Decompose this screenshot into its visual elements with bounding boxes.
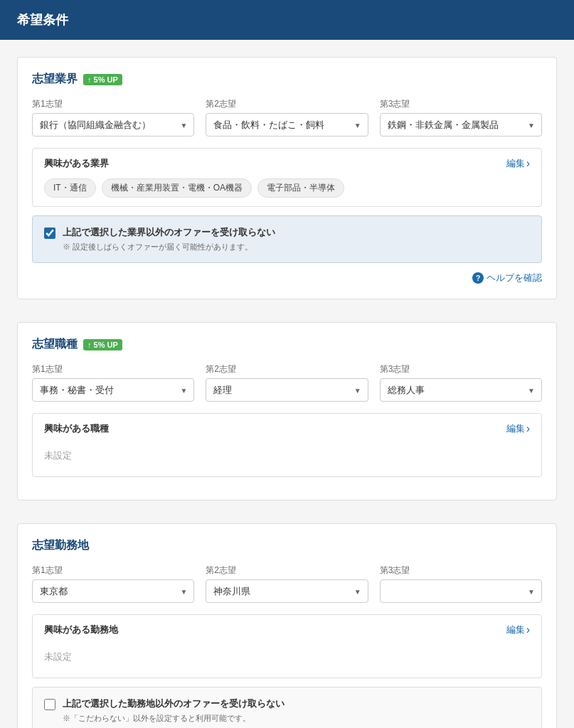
industry-section: 志望業界 ↑ 5% UP 第1志望 銀行（協同組織金融含む） 第2志望 食品・飲… [17, 57, 557, 299]
industry-second-select-wrapper: 食品・飲料・たばこ・飼料 [206, 113, 368, 136]
location-first: 第1志望 東京都 [32, 564, 194, 603]
job-section-title: 志望職種 ↑ 5% UP [32, 337, 542, 352]
industry-checkbox-section: 上記で選択した業界以外のオファーを受け取らない ※ 設定後しばらくオファーが届く… [32, 215, 542, 263]
location-first-label: 第1志望 [32, 564, 194, 577]
industry-help-label: ヘルプを確認 [487, 272, 542, 284]
industry-third-select[interactable]: 鉄鋼・非鉄金属・金属製品 [380, 113, 542, 136]
industry-second-select[interactable]: 食品・飲料・たばこ・飼料 [206, 113, 368, 136]
industry-tags-container: IT・通信 機械・産業用装置・電機・OA機器 電子部品・半導体 [44, 178, 530, 198]
job-first-label: 第1志望 [32, 363, 194, 375]
location-preferences-grid: 第1志望 東京都 第2志望 神奈川県 第3志望 [32, 564, 542, 603]
job-third: 第3志望 総務人事 [380, 363, 542, 402]
industry-second: 第2志望 食品・飲料・たばこ・飼料 [206, 98, 368, 136]
job-interest-title: 興味がある職種 [44, 422, 109, 435]
page-title: 希望条件 [17, 11, 557, 28]
job-up-badge: ↑ 5% UP [83, 339, 122, 350]
job-third-label: 第3志望 [380, 363, 542, 375]
location-second-select-wrapper: 神奈川県 [206, 579, 368, 603]
job-second-select-wrapper: 経理 [206, 378, 368, 402]
job-first-select[interactable]: 事務・秘書・受付 [32, 378, 194, 402]
job-second: 第2志望 経理 [206, 363, 368, 402]
industry-checkbox[interactable] [44, 228, 55, 239]
industry-interest-header: 興味がある業界 編集 [44, 157, 530, 170]
page-header: 希望条件 [0, 0, 574, 40]
location-checkbox-label: 上記で選択した勤務地以外のオファーを受け取らない [63, 697, 285, 710]
industry-tag-0: IT・通信 [44, 178, 96, 198]
location-third-select[interactable] [380, 579, 542, 603]
location-section: 志望勤務地 第1志望 東京都 第2志望 神奈川県 第 [17, 523, 557, 728]
industry-third-select-wrapper: 鉄鋼・非鉄金属・金属製品 [380, 113, 542, 136]
job-first: 第1志望 事務・秘書・受付 [32, 363, 194, 402]
industry-checkbox-note: ※ 設定後しばらくオファーが届く可能性があります。 [63, 242, 275, 252]
job-interest-box: 興味がある職種 編集 未設定 [32, 413, 542, 477]
industry-first-select[interactable]: 銀行（協同組織金融含む） [32, 113, 194, 136]
location-interest-box: 興味がある勤務地 編集 未設定 [32, 614, 542, 678]
industry-second-label: 第2志望 [206, 98, 368, 110]
industry-up-badge: ↑ 5% UP [83, 74, 122, 85]
location-checkbox-row: 上記で選択した勤務地以外のオファーを受け取らない ※「こだわらない」以外を設定す… [44, 697, 530, 728]
location-checkbox-section: 上記で選択した勤務地以外のオファーを受け取らない ※「こだわらない」以外を設定す… [32, 687, 542, 728]
industry-section-title: 志望業界 ↑ 5% UP [32, 72, 542, 87]
location-unset-text: 未設定 [44, 645, 530, 669]
job-interest-header: 興味がある職種 編集 [44, 422, 530, 435]
job-third-select-wrapper: 総務人事 [380, 378, 542, 402]
industry-first: 第1志望 銀行（協同組織金融含む） [32, 98, 194, 136]
location-second: 第2志望 神奈川県 [206, 564, 368, 603]
industry-tag-2: 電子部品・半導体 [257, 178, 344, 198]
location-checkbox[interactable] [44, 699, 55, 710]
industry-first-select-wrapper: 銀行（協同組織金融含む） [32, 113, 194, 136]
location-first-select[interactable]: 東京都 [32, 579, 194, 603]
industry-help-row[interactable]: ? ヘルプを確認 [32, 272, 542, 284]
location-edit-link[interactable]: 編集 [506, 623, 530, 636]
location-checkbox-note1: ※「こだわらない」以外を設定すると利用可能です。 [63, 713, 285, 724]
job-third-select[interactable]: 総務人事 [380, 378, 542, 402]
location-first-select-wrapper: 東京都 [32, 579, 194, 603]
industry-help-icon: ? [472, 272, 484, 284]
job-second-select[interactable]: 経理 [206, 378, 368, 402]
location-third-select-wrapper [380, 579, 542, 603]
industry-checkbox-label: 上記で選択した業界以外のオファーを受け取らない [63, 226, 275, 239]
location-interest-title: 興味がある勤務地 [44, 623, 118, 636]
industry-checkbox-row: 上記で選択した業界以外のオファーを受け取らない ※ 設定後しばらくオファーが届く… [44, 226, 530, 252]
job-second-label: 第2志望 [206, 363, 368, 375]
job-preferences-grid: 第1志望 事務・秘書・受付 第2志望 経理 第3志望 [32, 363, 542, 402]
location-second-label: 第2志望 [206, 564, 368, 577]
job-first-select-wrapper: 事務・秘書・受付 [32, 378, 194, 402]
industry-first-label: 第1志望 [32, 98, 194, 110]
job-unset-text: 未設定 [44, 444, 530, 468]
location-checkbox-content: 上記で選択した勤務地以外のオファーを受け取らない ※「こだわらない」以外を設定す… [63, 697, 285, 728]
job-edit-link[interactable]: 編集 [506, 422, 530, 435]
industry-interest-box: 興味がある業界 編集 IT・通信 機械・産業用装置・電機・OA機器 電子部品・半… [32, 148, 542, 207]
industry-edit-link[interactable]: 編集 [506, 157, 530, 170]
location-second-select[interactable]: 神奈川県 [206, 579, 368, 603]
job-section: 志望職種 ↑ 5% UP 第1志望 事務・秘書・受付 第2志望 経理 [17, 322, 557, 500]
location-interest-header: 興味がある勤務地 編集 [44, 623, 530, 636]
industry-interest-title: 興味がある業界 [44, 157, 109, 170]
industry-third-label: 第3志望 [380, 98, 542, 110]
location-third: 第3志望 [380, 564, 542, 603]
industry-preferences-grid: 第1志望 銀行（協同組織金融含む） 第2志望 食品・飲料・たばこ・飼料 第3志望 [32, 98, 542, 136]
location-section-title: 志望勤務地 [32, 538, 542, 553]
industry-tag-1: 機械・産業用装置・電機・OA機器 [102, 178, 252, 198]
industry-checkbox-content: 上記で選択した業界以外のオファーを受け取らない ※ 設定後しばらくオファーが届く… [63, 226, 275, 252]
industry-third: 第3志望 鉄鋼・非鉄金属・金属製品 [380, 98, 542, 136]
location-third-label: 第3志望 [380, 564, 542, 577]
